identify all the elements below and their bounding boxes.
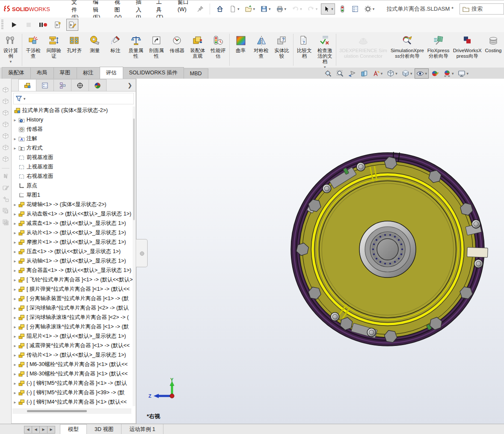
expand-arrow-icon[interactable]: ▸ bbox=[12, 230, 18, 235]
tree-item-22[interactable]: ▸[ 深沟球轴承滚珠^拉式单片离合器 ]<2> -> ( bbox=[12, 313, 133, 322]
previous-view-button[interactable] bbox=[347, 68, 358, 79]
traffic-light-button[interactable] bbox=[337, 3, 348, 15]
filter-dropdown-arrow[interactable]: ▾ bbox=[24, 97, 26, 101]
interference-check-button[interactable]: 干涉检查 bbox=[23, 33, 44, 67]
tree-item-14[interactable]: ▸摩擦片<1> -> (默认<<默认>_显示状态 1>) bbox=[12, 237, 133, 247]
expand-arrow-icon[interactable]: ▸ bbox=[12, 390, 18, 395]
section-view-button[interactable] bbox=[359, 68, 370, 79]
display-style-dropdown-arrow[interactable]: ▾ bbox=[410, 71, 412, 76]
expand-arrow-icon[interactable]: ▸ bbox=[12, 315, 18, 320]
smart-component-button[interactable] bbox=[2, 173, 9, 181]
view-cube-top-button[interactable] bbox=[2, 133, 9, 141]
tree-item-3[interactable]: ▸A注解 bbox=[12, 134, 133, 143]
tree-item-12[interactable]: ▸减震盘<1> -> (默认<<默认>_显示状态 1>) bbox=[12, 218, 133, 228]
hole-alignment-button[interactable]: 孔对齐 bbox=[64, 33, 85, 67]
panel-expand-arrow[interactable]: ❯ bbox=[127, 82, 132, 89]
print-button[interactable]: ▾ bbox=[274, 3, 288, 15]
expand-arrow-icon[interactable]: ▸ bbox=[12, 212, 18, 216]
study-prev-button[interactable]: ◀ bbox=[32, 426, 40, 434]
view-cube-bottom-button[interactable] bbox=[2, 144, 9, 152]
apply-scene-button[interactable]: ▾ bbox=[442, 68, 456, 79]
study-tab-2[interactable]: 3D 视图 bbox=[87, 424, 122, 434]
study-first-button[interactable]: ◀ bbox=[24, 426, 32, 434]
tree-vertical-scrollbar[interactable] bbox=[133, 106, 135, 406]
hide-show-items-dropdown-arrow[interactable]: ▾ bbox=[425, 71, 427, 76]
tree-item-10[interactable]: ▸花键轴<1> -> (实体<显示状态-2>) bbox=[12, 200, 133, 209]
costing-button[interactable]: Costing bbox=[483, 33, 504, 67]
view-settings-dropdown-arrow[interactable]: ▾ bbox=[466, 71, 468, 76]
print-dropdown-arrow[interactable]: ▾ bbox=[285, 7, 287, 11]
tree-item-19[interactable]: ▸[ 膜片弹簧^拉式单片离合器 ]<1> -> (默认<< bbox=[12, 284, 133, 294]
pin-menu-icon[interactable] bbox=[197, 6, 204, 12]
simulationxpress-wizard-button[interactable]: SimulationXpress分析向导 bbox=[389, 33, 425, 67]
apply-scene-dropdown-arrow[interactable]: ▾ bbox=[452, 71, 454, 76]
study-next-button[interactable]: ▶ bbox=[39, 426, 47, 434]
tree-item-18[interactable]: ▸[ 飞轮^拉式单片离合器 ]<1> -> (默认<<默认> bbox=[12, 275, 133, 284]
symmetry-check-button[interactable]: 对称检查 bbox=[251, 33, 272, 67]
tree-item-29[interactable]: ▸(-) [ 铆钉M5^拉式单片离合器 ]<1> -> (默认 bbox=[12, 378, 133, 388]
tree-item-11[interactable]: ▸从动盘毂<1> -> (默认<<默认>_显示状态 1>) bbox=[12, 209, 133, 218]
expand-arrow-icon[interactable]: ▸ bbox=[12, 221, 18, 226]
tree-item-25[interactable]: ▸[ 减震弹簧^拉式单片离合器 ]<1> -> (默认<< bbox=[12, 341, 133, 350]
tree-item-17[interactable]: ▸离合器盖<1> -> (默认<<默认>_显示状态 1>) bbox=[12, 266, 133, 275]
pause-record-macro-button[interactable] bbox=[37, 19, 49, 31]
assembly-visualization-button[interactable]: 装配体直观 bbox=[187, 33, 208, 67]
tab-装配体[interactable]: 装配体 bbox=[2, 67, 31, 79]
displaymanager-tab[interactable] bbox=[89, 79, 107, 91]
view-cube-isometric-button[interactable] bbox=[2, 156, 9, 164]
expand-arrow-icon[interactable]: ▸ bbox=[12, 296, 18, 301]
filter-icon[interactable] bbox=[15, 95, 23, 102]
tree-item-16[interactable]: ▸从动轴<1> -> (默认<<默认>_显示状态 1>) bbox=[12, 256, 133, 266]
expand-arrow-icon[interactable]: ▸ bbox=[12, 240, 18, 245]
tree-item-20[interactable]: ▸[ 分离轴承装置^拉式单片离合器 ]<1> -> (默 bbox=[12, 294, 133, 303]
expand-arrow-icon[interactable]: ▸ bbox=[12, 202, 18, 207]
view-settings-button[interactable]: ▾ bbox=[456, 68, 470, 79]
clearance-verify-button[interactable]: 间隙验证 bbox=[44, 33, 64, 67]
save-dropdown-arrow[interactable]: ▾ bbox=[269, 7, 271, 11]
expand-arrow-icon[interactable]: ▸ bbox=[12, 334, 18, 339]
task-list-button[interactable] bbox=[350, 3, 361, 15]
tree-item-8[interactable]: 原点 bbox=[12, 181, 133, 190]
design-study-dropdown-arrow[interactable]: ▾ bbox=[10, 59, 12, 64]
expand-arrow-icon[interactable]: ▸ bbox=[12, 268, 18, 273]
expand-arrow-icon[interactable]: ▸ bbox=[12, 249, 18, 254]
expand-arrow-icon[interactable]: ▸ bbox=[12, 118, 18, 122]
select-cursor-dropdown-arrow[interactable]: ▾ bbox=[331, 7, 333, 11]
new-document-button[interactable]: ▾ bbox=[227, 3, 241, 15]
select-cursor-button[interactable]: ▾ bbox=[321, 3, 335, 15]
home-button[interactable] bbox=[214, 3, 225, 15]
tree-item-1[interactable]: ▸History bbox=[12, 115, 133, 124]
expand-arrow-icon[interactable]: ▸ bbox=[12, 372, 18, 376]
section-properties-button[interactable]: 剖面属性 bbox=[146, 33, 167, 67]
compare-documents-button[interactable]: ?比较文档 bbox=[294, 33, 314, 67]
dimxpertmanager-tab[interactable] bbox=[71, 79, 89, 91]
tree-item-2[interactable]: 传感器 bbox=[12, 124, 133, 134]
study-tab-1[interactable]: 模型 bbox=[60, 424, 87, 434]
new-macro-button[interactable] bbox=[52, 19, 64, 31]
circular-pattern-button[interactable] bbox=[2, 219, 9, 227]
redo-button[interactable]: ▾ bbox=[305, 3, 320, 15]
search-input[interactable]: 搜索 bbox=[460, 3, 504, 15]
expand-arrow-icon[interactable]: ▸ bbox=[12, 343, 18, 348]
tree-item-28[interactable]: ▸[ M8-30螺栓^拉式单片离合器 ]<1> (默认<< bbox=[12, 369, 133, 378]
undo-button[interactable]: ▾ bbox=[290, 3, 304, 15]
view-cube-left-button[interactable] bbox=[2, 109, 9, 118]
tab-布局[interactable]: 布局 bbox=[30, 67, 54, 79]
options-gear-button[interactable]: ▾ bbox=[362, 3, 377, 15]
tab-SOLIDWORKS-插件[interactable]: SOLIDWORKS 插件 bbox=[123, 67, 184, 79]
hide-show-annotations-dropdown-arrow[interactable]: ▾ bbox=[381, 71, 383, 76]
tree-item-13[interactable]: ▸从动片<1> -> (默认<<默认>_显示状态 1>) bbox=[12, 228, 133, 237]
expand-arrow-icon[interactable]: ▸ bbox=[12, 146, 18, 151]
view-cube-back-button[interactable] bbox=[2, 98, 9, 106]
panel-splitter-handle[interactable] bbox=[136, 239, 148, 267]
tab-标注[interactable]: 标注 bbox=[77, 67, 100, 79]
tree-item-31[interactable]: ▸(-) [ 铆钉M4^拉式单片离合器 ]<1> (默认<< bbox=[12, 397, 133, 407]
curvature-button[interactable]: 曲率 bbox=[231, 33, 251, 67]
measure-button[interactable]: 测量 bbox=[85, 33, 105, 67]
tree-item-24[interactable]: ▸阻尼片<1> -> (默认<<默认>_显示状态 1>) bbox=[12, 331, 133, 341]
insert-component-button[interactable] bbox=[2, 196, 9, 204]
configurationmanager-tab[interactable] bbox=[53, 79, 71, 91]
tree-item-4[interactable]: ▸Σ方程式 bbox=[12, 143, 133, 153]
save-button[interactable]: ▾ bbox=[258, 3, 273, 15]
tree-item-32[interactable]: ▸(-) [ 铆钉M4^拉式单片离合器 ]<39> (默认 bbox=[12, 407, 133, 407]
